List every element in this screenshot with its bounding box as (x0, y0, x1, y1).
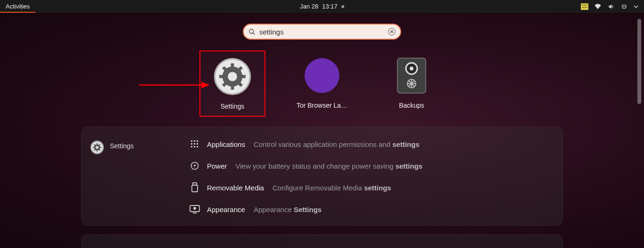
svg-point-2 (249, 29, 254, 33)
top-bar: Activities Jan 28 13:17 (0, 0, 644, 13)
tor-icon (303, 56, 341, 95)
annotation-arrow-icon (139, 80, 210, 90)
svg-rect-10 (231, 86, 234, 90)
row-title: Applications (207, 140, 245, 148)
svg-rect-1 (626, 6, 627, 7)
svg-rect-50 (192, 185, 198, 192)
search-bar[interactable] (243, 24, 401, 40)
settings-row-removable-media[interactable]: Removable Media Configure Removable Medi… (189, 182, 554, 193)
wifi-icon[interactable] (594, 3, 602, 10)
panel-header: Settings (82, 127, 181, 225)
chevron-down-icon[interactable] (634, 4, 638, 9)
next-panel (81, 234, 563, 248)
svg-point-18 (305, 58, 339, 93)
row-title: Power (207, 162, 227, 170)
settings-panel: Settings Applications Control various ap… (81, 127, 563, 226)
app-label: Tor Browser La… (297, 102, 347, 109)
display-icon (189, 204, 200, 215)
svg-point-21 (410, 67, 413, 70)
clear-search-icon[interactable] (388, 28, 396, 35)
svg-rect-41 (197, 140, 198, 142)
svg-rect-43 (194, 143, 195, 145)
system-tray (581, 3, 644, 10)
gear-icon (213, 57, 252, 96)
time-label: 13:17 (322, 3, 338, 10)
svg-rect-39 (191, 140, 192, 142)
svg-rect-33 (100, 147, 101, 148)
safe-icon (392, 56, 431, 95)
settings-row-applications[interactable]: Applications Control various application… (189, 138, 554, 150)
search-input[interactable] (256, 28, 388, 36)
svg-rect-45 (191, 146, 192, 147)
svg-rect-44 (197, 143, 198, 145)
svg-rect-9 (231, 63, 234, 67)
panel-rows: Applications Control various application… (181, 127, 562, 225)
row-desc: Configure Removable Media settings (272, 184, 391, 192)
app-tile-tor[interactable]: Tor Browser La… (289, 51, 355, 117)
gear-small-icon (90, 140, 104, 154)
svg-rect-11 (219, 75, 223, 78)
svg-rect-46 (194, 146, 195, 147)
search-icon (248, 28, 256, 35)
battery-icon[interactable] (620, 3, 628, 10)
svg-rect-30 (97, 143, 98, 145)
svg-rect-40 (194, 140, 195, 142)
power-icon (189, 160, 200, 171)
svg-point-52 (194, 207, 196, 209)
date-label: Jan 28 (300, 3, 318, 10)
svg-rect-31 (97, 150, 98, 152)
svg-point-17 (228, 72, 237, 81)
app-results: Settings Tor Browser La… (199, 51, 445, 117)
app-label: Settings (221, 103, 245, 110)
svg-rect-47 (197, 146, 198, 147)
app-tile-backups[interactable]: Backups (379, 51, 445, 117)
row-desc: View your battery status and change powe… (236, 162, 423, 170)
settings-row-power[interactable]: Power View your battery status and chang… (189, 160, 554, 171)
panel-header-label: Settings (110, 142, 134, 150)
row-title: Appearance (207, 205, 245, 214)
clock[interactable]: Jan 28 13:17 (300, 3, 344, 10)
scrollbar-thumb[interactable] (637, 19, 641, 104)
svg-marker-5 (201, 82, 210, 88)
settings-row-appearance[interactable]: Appearance Appearance Settings (189, 204, 554, 215)
usb-drive-icon (189, 182, 200, 193)
row-title: Removable Media (207, 184, 264, 192)
note-indicator-icon[interactable] (581, 3, 588, 10)
svg-rect-32 (93, 147, 94, 148)
svg-rect-12 (242, 75, 246, 78)
svg-rect-42 (191, 143, 192, 145)
notification-dot-icon (341, 5, 344, 8)
app-label: Backups (399, 102, 424, 109)
volume-icon[interactable] (607, 3, 615, 10)
apps-grid-icon (189, 138, 200, 150)
svg-line-3 (253, 33, 255, 34)
row-desc: Control various application permissions … (254, 140, 420, 148)
activities-button[interactable]: Activities (0, 0, 35, 13)
svg-point-38 (96, 146, 99, 149)
row-desc: Appearance Settings (254, 205, 322, 214)
